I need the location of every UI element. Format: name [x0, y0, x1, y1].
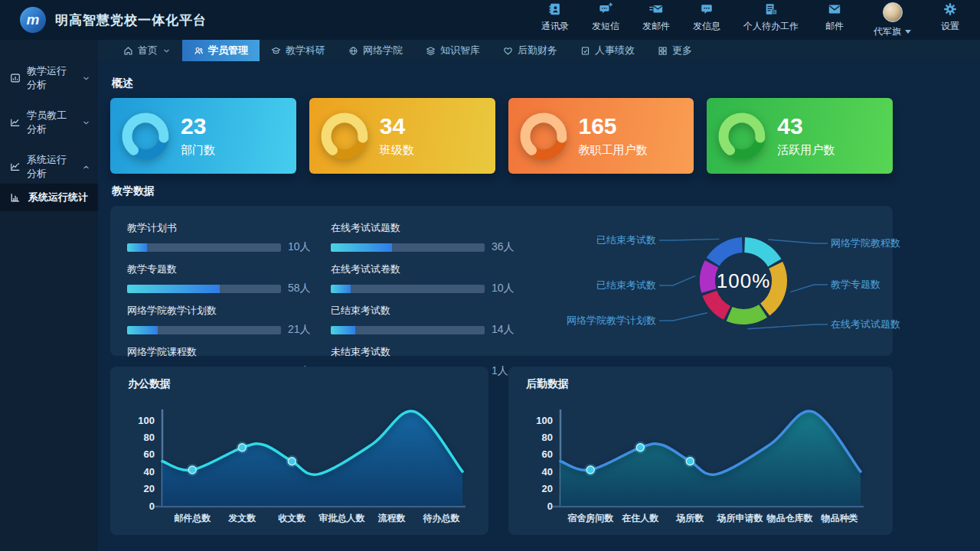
- bar-fill: [127, 243, 147, 252]
- sidebar-item-staff-analysis[interactable]: 学员教工分析: [0, 107, 98, 138]
- graduation-icon: [271, 46, 281, 56]
- donut-label: 已结束考试数: [596, 279, 656, 292]
- chart-title-logistics: 后勤数据: [526, 377, 885, 391]
- teaching-section-title: 教学数据: [112, 184, 893, 198]
- trend2-icon: [10, 161, 21, 172]
- nav-item-logistics-finance[interactable]: 后勤财务: [492, 40, 569, 61]
- bar-value: 21人: [288, 323, 318, 337]
- trend-icon: [10, 117, 21, 128]
- sidebar-subitem-label: 系统运行统计: [28, 191, 88, 204]
- chart-panel-office: 办公数据 020406080100 邮件总数发文数收文数审批总人数流程数待办总数: [110, 367, 488, 535]
- caret-down-icon: [905, 30, 911, 34]
- header-action-send-mail[interactable]: 发邮件: [642, 2, 670, 33]
- bars-icon: [10, 192, 21, 203]
- bar-item: 在线考试试题数 36人: [331, 221, 522, 254]
- donut-label: 教学专题数: [831, 278, 880, 292]
- bar-fill: [331, 285, 351, 293]
- nav-item-more[interactable]: 更多: [646, 40, 704, 61]
- svg-text:审批总人数: 审批总人数: [318, 513, 365, 523]
- bar-item: 网络学院教学计划数 21人: [127, 304, 318, 337]
- sidebar-subitem-system-stats[interactable]: 系统运行统计: [0, 184, 98, 211]
- top-navbar: 首页学员管理教学科研网络学院知识智库后勤财务人事绩效更多: [98, 40, 980, 61]
- grid-icon: [658, 46, 668, 56]
- svg-text:待办总数: 待办总数: [423, 513, 461, 523]
- bar-label: 未结束考试数: [331, 345, 522, 359]
- bar-label: 教学计划书: [127, 221, 318, 235]
- svg-text:在住人数: 在住人数: [621, 513, 659, 523]
- chevron-down-icon: [82, 119, 90, 127]
- bar-value: 10人: [288, 240, 318, 254]
- sidebar-item-teaching-analysis[interactable]: 教学运行分析: [0, 63, 98, 93]
- svg-text:100: 100: [536, 415, 553, 426]
- donut-center-label: 100%: [717, 269, 771, 293]
- nav-item-home[interactable]: 首页: [112, 40, 182, 61]
- svg-text:邮件总数: 邮件总数: [174, 513, 211, 523]
- bar-label: 教学专题数: [127, 262, 318, 276]
- chevron-down-icon: [82, 74, 90, 83]
- mail-icon: [828, 2, 841, 16]
- svg-text:场所申请数: 场所申请数: [716, 513, 763, 523]
- sidebar-group-system-analysis: 系统运行分析 系统运行统计: [0, 152, 98, 211]
- chevron-down-icon: [162, 47, 171, 55]
- stat-label: 教职工用户数: [579, 143, 648, 158]
- teaching-data-panel: 教学计划书 10人 教学专题数 58人 网络学院教学计划数 21人: [110, 206, 893, 356]
- stat-cards: 23 部门数 34 班级数 165 教职工用户数 4: [110, 98, 893, 174]
- header-action-send-sms[interactable]: 发短信: [592, 2, 619, 33]
- chat-plus-icon: [599, 2, 612, 16]
- user-avatar: [883, 2, 903, 22]
- header-actions: 通讯录发短信发邮件发信息个人待办工作邮件 代军旗 设置: [541, 2, 963, 38]
- nav-item-label: 人事绩效: [595, 44, 635, 57]
- header-action-label: 邮件: [825, 20, 844, 33]
- nav-item-hr-performance[interactable]: 人事绩效: [569, 40, 646, 61]
- header-action-contacts[interactable]: 通讯录: [541, 2, 569, 33]
- header-action-mail[interactable]: 邮件: [822, 2, 848, 33]
- bar-track: [331, 326, 485, 334]
- svg-text:流程数: 流程数: [378, 513, 407, 523]
- bar-fill: [331, 326, 355, 334]
- nav-item-student-mgmt[interactable]: 学员管理: [182, 40, 260, 61]
- user-menu[interactable]: 代军旗: [874, 2, 911, 38]
- sidebar-item-label: 系统运行分析: [27, 153, 76, 181]
- app-header: m 明高智慧党校一体化平台 通讯录发短信发邮件发信息个人待办工作邮件 代军旗 设…: [0, 0, 980, 40]
- stat-value: 43: [777, 114, 835, 139]
- donut-label: 在线考试试题数: [831, 318, 900, 331]
- header-action-label: 发短信: [592, 20, 619, 33]
- bar-group-0: 教学计划书 10人 教学专题数 58人 网络学院教学计划数 21人: [127, 221, 318, 341]
- svg-text:物品种类: 物品种类: [821, 513, 858, 523]
- stat-card-3: 43 活跃用户数: [707, 98, 893, 174]
- chart-title-office: 办公数据: [128, 377, 481, 391]
- bar-label: 网络学院教学计划数: [127, 304, 318, 318]
- header-action-personal-todo[interactable]: 个人待办工作: [743, 2, 799, 33]
- nav-item-online-college[interactable]: 网络学院: [337, 40, 414, 61]
- bar-value: 10人: [492, 282, 522, 295]
- stat-value: 34: [380, 114, 414, 139]
- stat-card-1: 34 班级数: [309, 98, 495, 174]
- bar-group-1: 在线考试试题数 36人 在线考试试卷数 10人 已结束考试数 14人: [331, 221, 522, 341]
- bar-item: 教学专题数 58人: [127, 262, 318, 295]
- ring-icon: [120, 111, 171, 161]
- stat-value: 23: [181, 114, 215, 139]
- heart-icon: [503, 46, 513, 56]
- donut-label: 已结束考试数: [596, 233, 656, 247]
- header-action-send-message[interactable]: 发信息: [693, 2, 720, 33]
- sidebar-item-label: 学员教工分析: [27, 109, 76, 136]
- user-name: 代军旗: [874, 25, 901, 38]
- app-logo: m: [20, 7, 46, 33]
- chevron-up-icon: [82, 163, 90, 171]
- ring-icon: [518, 111, 569, 161]
- settings-button[interactable]: 设置: [937, 2, 963, 33]
- bar-track: [331, 285, 485, 293]
- todo-icon: [764, 2, 778, 16]
- people-icon: [194, 46, 204, 56]
- stat-card-0: 23 部门数: [110, 98, 296, 174]
- layers-icon: [426, 46, 436, 56]
- gear-icon: [943, 2, 957, 16]
- nav-item-teaching-research[interactable]: 教学科研: [260, 40, 337, 61]
- nav-item-knowledge-base[interactable]: 知识智库: [414, 40, 492, 61]
- bottom-chart-row: 办公数据 020406080100 邮件总数发文数收文数审批总人数流程数待办总数…: [110, 367, 893, 535]
- svg-text:40: 40: [144, 466, 155, 478]
- bar-item: 在线考试试卷数 10人: [331, 262, 522, 295]
- checklist-icon: [580, 46, 590, 56]
- sidebar-item-system-analysis[interactable]: 系统运行分析: [0, 152, 98, 182]
- header-action-label: 个人待办工作: [743, 20, 799, 33]
